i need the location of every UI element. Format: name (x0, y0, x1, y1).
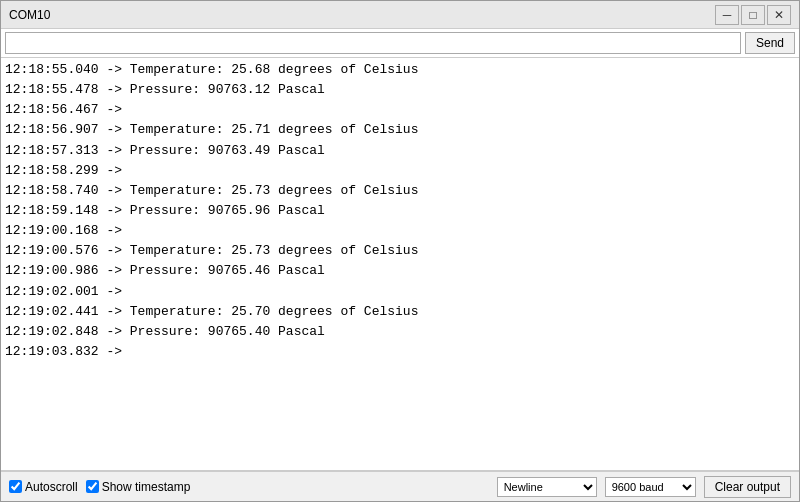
show-timestamp-label[interactable]: Show timestamp (86, 480, 191, 494)
log-line: 12:19:02.848 -> Pressure: 90765.40 Pasca… (5, 322, 795, 342)
baud-select[interactable]: 300 baud1200 baud2400 baud4800 baud9600 … (605, 477, 696, 497)
log-line: 12:19:02.001 -> (5, 282, 795, 302)
title-bar-left: COM10 (9, 8, 50, 22)
input-bar: Send (1, 29, 799, 58)
autoscroll-text: Autoscroll (25, 480, 78, 494)
log-line: 12:18:55.040 -> Temperature: 25.68 degre… (5, 60, 795, 80)
autoscroll-checkbox[interactable] (9, 480, 22, 493)
newline-select[interactable]: No line endingNewlineCarriage returnBoth… (497, 477, 597, 497)
clear-output-button[interactable]: Clear output (704, 476, 791, 498)
main-window: COM10 ─ □ ✕ Send 12:18:55.040 -> Tempera… (0, 0, 800, 502)
log-line: 12:18:58.299 -> (5, 161, 795, 181)
log-line: 12:19:00.576 -> Temperature: 25.73 degre… (5, 241, 795, 261)
show-timestamp-checkbox[interactable] (86, 480, 99, 493)
maximize-button[interactable]: □ (741, 5, 765, 25)
log-line: 12:18:56.467 -> (5, 100, 795, 120)
status-bar: Autoscroll Show timestamp No line ending… (1, 471, 799, 501)
log-line: 12:19:02.441 -> Temperature: 25.70 degre… (5, 302, 795, 322)
log-line: 12:19:00.168 -> (5, 221, 795, 241)
log-line: 12:19:00.986 -> Pressure: 90765.46 Pasca… (5, 261, 795, 281)
title-bar-buttons: ─ □ ✕ (715, 5, 791, 25)
autoscroll-label[interactable]: Autoscroll (9, 480, 78, 494)
log-line: 12:19:03.832 -> (5, 342, 795, 362)
log-line: 12:18:59.148 -> Pressure: 90765.96 Pasca… (5, 201, 795, 221)
close-button[interactable]: ✕ (767, 5, 791, 25)
log-line: 12:18:58.740 -> Temperature: 25.73 degre… (5, 181, 795, 201)
show-timestamp-text: Show timestamp (102, 480, 191, 494)
minimize-button[interactable]: ─ (715, 5, 739, 25)
title-bar: COM10 ─ □ ✕ (1, 1, 799, 29)
log-line: 12:18:57.313 -> Pressure: 90763.49 Pasca… (5, 141, 795, 161)
send-button[interactable]: Send (745, 32, 795, 54)
serial-monitor[interactable]: 12:18:55.040 -> Temperature: 25.68 degre… (1, 58, 799, 471)
log-line: 12:18:55.478 -> Pressure: 90763.12 Pasca… (5, 80, 795, 100)
serial-input[interactable] (5, 32, 741, 54)
window-title: COM10 (9, 8, 50, 22)
log-line: 12:18:56.907 -> Temperature: 25.71 degre… (5, 120, 795, 140)
